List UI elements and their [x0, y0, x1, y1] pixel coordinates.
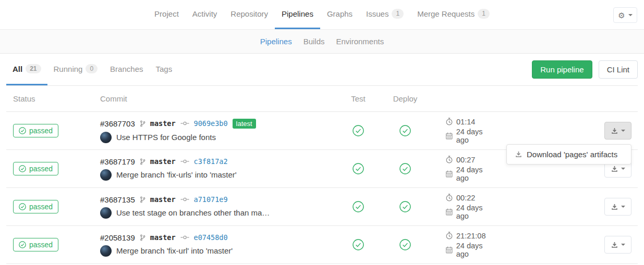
nav-item-label: Merge Requests: [417, 9, 475, 18]
status-badge-passed[interactable]: passed: [13, 200, 58, 213]
gear-icon: ⚙: [618, 11, 625, 19]
tab-branches[interactable]: Branches: [104, 54, 149, 85]
stage-deploy-status-passed[interactable]: [399, 201, 411, 212]
chevron-down-icon: [621, 168, 625, 170]
commit-sha-link[interactable]: e07458d0: [194, 233, 228, 242]
avatar[interactable]: [100, 169, 112, 181]
stopwatch-icon: [446, 194, 453, 201]
branch-link[interactable]: master: [150, 157, 176, 166]
commit-sha-link[interactable]: c3f817a2: [194, 157, 228, 166]
pipelines-content: All21 Running0 Branches Tags Run pipelin…: [0, 54, 644, 264]
check-circle-icon: [399, 201, 411, 212]
header-spacer: [496, 86, 638, 111]
download-artifacts-dropdown-button[interactable]: [604, 236, 631, 254]
stage-deploy-status-passed[interactable]: [399, 125, 411, 136]
commit-message-link[interactable]: Merge branch 'fix-url' into 'master': [116, 246, 233, 255]
nav-item-issues[interactable]: Issues1: [359, 0, 410, 29]
download-pages-artifacts-item[interactable]: Download 'pages' artifacts: [507, 145, 631, 164]
tab-all-count-badge: 21: [26, 64, 41, 73]
time-cell: 00:27 24 days ago: [429, 154, 496, 184]
check-circle-icon: [399, 239, 411, 250]
check-circle-icon: [353, 163, 364, 174]
stage-test-status-passed[interactable]: [353, 201, 364, 212]
nav-item-label: Repository: [230, 9, 268, 18]
header-commit: Commit: [100, 94, 335, 103]
branch-icon: [140, 120, 145, 127]
nav-item-label: Activity: [192, 9, 217, 18]
download-artifacts-dropdown-button[interactable]: [604, 122, 631, 140]
commit-icon: [180, 121, 189, 126]
commit-cell: #3687135 master a71071e9 Use test stage …: [100, 195, 335, 219]
status-badge-passed[interactable]: passed: [13, 238, 58, 251]
branch-link[interactable]: master: [150, 119, 176, 128]
artifacts-dropdown-menu: Download 'pages' artifacts: [506, 144, 631, 165]
commit-message-link[interactable]: Merge branch 'fix-urls' into 'master': [116, 170, 237, 179]
run-pipeline-button[interactable]: Run pipeline: [532, 60, 592, 79]
branch-icon: [140, 234, 145, 241]
download-icon: [611, 242, 618, 248]
nav-item-merge-requests[interactable]: Merge Requests1: [410, 0, 496, 29]
time-cell: 01:14 24 days ago: [429, 116, 496, 146]
nav-item-label: Project: [154, 9, 179, 18]
stage-test-status-passed[interactable]: [353, 125, 364, 136]
pipeline-id: #2058139: [100, 233, 135, 242]
latest-badge: latest: [233, 119, 256, 129]
status-badge-passed[interactable]: passed: [13, 162, 58, 175]
stage-test-status-passed[interactable]: [353, 239, 364, 250]
subnav-item-pipelines[interactable]: Pipelines: [254, 37, 298, 46]
time-cell: 00:22 24 days ago: [429, 192, 496, 222]
stopwatch-icon: [446, 232, 453, 239]
check-circle-icon: [353, 239, 364, 250]
tab-all[interactable]: All21: [6, 54, 47, 85]
download-icon: [611, 128, 618, 134]
commit-sha-link[interactable]: a71071e9: [194, 195, 228, 204]
download-artifacts-dropdown-button[interactable]: [604, 198, 631, 216]
branch-icon: [140, 196, 145, 203]
commit-message-link[interactable]: Use test stage on branches other than ma…: [116, 208, 270, 217]
tab-label: Tags: [155, 65, 172, 73]
avatar[interactable]: [100, 132, 112, 143]
chevron-down-icon: [628, 14, 633, 16]
subnav-item-builds[interactable]: Builds: [298, 37, 331, 46]
chevron-down-icon: [621, 130, 625, 132]
pipeline-row: passed #2058139 master e07458d0 Merge br…: [6, 226, 638, 264]
nav-item-activity[interactable]: Activity: [186, 0, 224, 29]
project-settings-button[interactable]: ⚙: [613, 7, 637, 23]
check-circle-icon: [19, 203, 26, 210]
issues-count-badge: 1: [392, 9, 404, 18]
stage-test-cell: [335, 239, 382, 250]
time-cell: 21:21:08 24 days ago: [429, 230, 496, 260]
branch-link[interactable]: master: [150, 233, 176, 242]
stage-test-cell: [335, 125, 382, 136]
commit-sha-link[interactable]: 9069e3b0: [194, 119, 228, 128]
check-circle-icon: [399, 163, 411, 174]
nav-item-repository[interactable]: Repository: [224, 0, 275, 29]
nav-item-project[interactable]: Project: [148, 0, 186, 29]
branch-icon: [140, 158, 145, 165]
pipeline-duration: 21:21:08: [456, 232, 485, 240]
stage-deploy-status-passed[interactable]: [399, 163, 411, 174]
actions-cell: [496, 226, 638, 263]
stage-test-status-passed[interactable]: [353, 163, 364, 174]
status-badge-passed[interactable]: passed: [13, 124, 58, 137]
check-circle-icon: [399, 125, 411, 136]
pipeline-id: #3687135: [100, 195, 135, 204]
tab-tags[interactable]: Tags: [149, 54, 178, 85]
avatar[interactable]: [100, 207, 112, 219]
stage-deploy-cell: [382, 239, 429, 250]
tab-label: Running: [54, 65, 83, 73]
ci-lint-button[interactable]: CI Lint: [599, 60, 638, 79]
pipeline-duration: 01:14: [456, 118, 475, 126]
commit-icon: [180, 235, 189, 240]
avatar[interactable]: [100, 245, 112, 257]
toolbar-actions: Run pipeline CI Lint: [532, 54, 638, 85]
nav-item-graphs[interactable]: Graphs: [320, 0, 359, 29]
commit-message-link[interactable]: Use HTTPS for Google fonts: [116, 133, 216, 142]
header-status: Status: [6, 94, 100, 103]
nav-item-pipelines[interactable]: Pipelines: [275, 0, 320, 29]
branch-link[interactable]: master: [150, 195, 176, 204]
status-cell: passed: [6, 238, 100, 251]
stage-deploy-status-passed[interactable]: [399, 239, 411, 250]
subnav-item-environments[interactable]: Environments: [331, 37, 390, 46]
tab-running[interactable]: Running0: [47, 54, 104, 85]
